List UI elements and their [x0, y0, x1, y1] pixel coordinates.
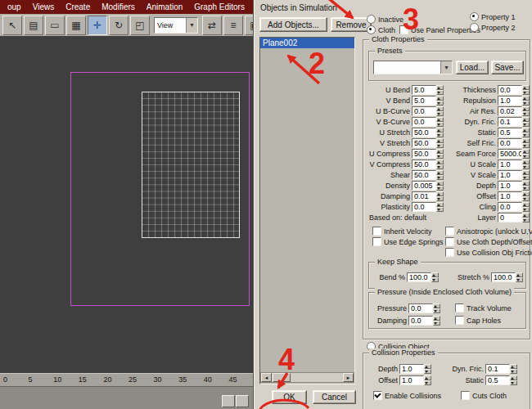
- repulsion-value[interactable]: 1.0: [498, 96, 522, 106]
- objects-list[interactable]: Plane002: [259, 37, 355, 384]
- thickness-value[interactable]: 0.0: [498, 85, 522, 95]
- spin-down-icon[interactable]: [522, 196, 530, 201]
- air-res-value[interactable]: 0.02: [498, 106, 522, 116]
- u-b-curve-value[interactable]: 0.0: [412, 106, 436, 116]
- timeline[interactable]: 051015202530354045: [0, 373, 254, 387]
- spin-down-icon[interactable]: [522, 207, 530, 212]
- spin-down-icon[interactable]: [436, 90, 444, 95]
- pressure-damping-spinner[interactable]: 0.0: [408, 316, 440, 326]
- collision-depth-spinner-value[interactable]: 1.0: [399, 364, 424, 374]
- checkbox-icon[interactable]: [445, 237, 454, 246]
- spin-down-icon[interactable]: [522, 143, 530, 148]
- property2-radio[interactable]: Property 2: [470, 23, 516, 32]
- use-cloth-depth-offset-checkbox[interactable]: Use Cloth Depth/Offset: [445, 237, 532, 246]
- v-scale-value[interactable]: 1.0: [498, 170, 522, 180]
- checkbox-icon[interactable]: [372, 237, 381, 246]
- spin-down-icon[interactable]: [510, 380, 517, 385]
- crossing-select-icon[interactable]: ▦: [66, 16, 86, 35]
- depth-spinner[interactable]: 1.0: [498, 181, 530, 191]
- cuts-cloth-checkbox[interactable]: Cuts Cloth: [461, 391, 507, 400]
- u-compress-spinner[interactable]: 50.0: [412, 149, 444, 159]
- menu-item-oup[interactable]: oup: [2, 0, 27, 14]
- v-bend-spinner[interactable]: 5.0: [412, 96, 444, 106]
- static-spinner[interactable]: 0.5: [498, 128, 530, 137]
- damping-spinner[interactable]: 0.01: [412, 191, 444, 201]
- v-bend-value[interactable]: 5.0: [412, 96, 436, 106]
- object-list-item[interactable]: Plane002: [260, 38, 354, 48]
- dyn-fric-value[interactable]: 0.1: [498, 117, 522, 127]
- u-bend-value[interactable]: 5.0: [412, 85, 436, 95]
- pressure-spinner[interactable]: 0.0: [408, 303, 440, 313]
- density-spinner[interactable]: 0.005: [412, 181, 444, 191]
- spin-down-icon[interactable]: [510, 369, 517, 374]
- air-res-spinner[interactable]: 0.02: [498, 106, 530, 116]
- checkbox-icon[interactable]: [455, 316, 464, 325]
- v-b-curve-spinner[interactable]: 0.0: [412, 117, 444, 127]
- cling-value[interactable]: 0.0: [498, 202, 522, 212]
- seam-force-value[interactable]: 5000.0: [498, 149, 522, 159]
- v-b-curve-value[interactable]: 0.0: [412, 117, 436, 127]
- stretch-spinner[interactable]: 100.0: [491, 272, 523, 282]
- select-object-icon[interactable]: ↖: [2, 16, 22, 35]
- spin-down-icon[interactable]: [522, 164, 530, 169]
- plasticity-value[interactable]: 0.0: [412, 202, 436, 212]
- menu-item-graph-editors[interactable]: Graph Editors: [188, 0, 250, 14]
- save-button[interactable]: Save...: [491, 61, 524, 74]
- scroll-right-icon[interactable]: ►: [343, 373, 354, 382]
- spin-down-icon[interactable]: [522, 111, 530, 116]
- spin-down-icon[interactable]: [436, 186, 444, 191]
- add-objects-button[interactable]: Add Objects...: [259, 17, 327, 32]
- collision-offset-spinner[interactable]: 1.0: [399, 375, 431, 385]
- property1-radio[interactable]: Property 1: [470, 12, 516, 21]
- density-value[interactable]: 0.005: [412, 181, 436, 191]
- spin-down-icon[interactable]: [431, 277, 439, 282]
- cap-holes-checkbox[interactable]: Cap Holes: [455, 316, 501, 325]
- v-scale-spinner[interactable]: 1.0: [498, 170, 530, 180]
- repulsion-spinner[interactable]: 1.0: [498, 96, 530, 106]
- dropdown-arrow-icon[interactable]: ▼: [186, 18, 197, 33]
- use-panel-properties-checkbox[interactable]: Use Panel Properties: [399, 25, 480, 34]
- status-button-2[interactable]: [236, 395, 249, 407]
- v-stretch-value[interactable]: 50.0: [412, 138, 436, 148]
- u-stretch-spinner[interactable]: 50.0: [412, 128, 444, 137]
- use-edge-springs-checkbox[interactable]: Use Edge Springs: [372, 237, 444, 246]
- collision-static-spinner[interactable]: 0.5: [485, 375, 517, 385]
- menu-item-views[interactable]: Views: [27, 0, 61, 14]
- use-collision-obj-friction-checkbox[interactable]: Use Collision Obj Friction: [445, 248, 532, 257]
- anisotropic-unlock-u-v-checkbox[interactable]: Anisotropic (unlock U,V): [445, 227, 532, 236]
- spin-down-icon[interactable]: [436, 111, 444, 116]
- spin-down-icon[interactable]: [433, 308, 440, 313]
- spin-down-icon[interactable]: [522, 175, 530, 180]
- checkbox-icon[interactable]: [445, 248, 454, 257]
- inherit-velocity-checkbox[interactable]: Inherit Velocity: [372, 227, 432, 236]
- scroll-thumb[interactable]: [273, 373, 291, 382]
- spin-down-icon[interactable]: [436, 164, 444, 169]
- track-volume-checkbox[interactable]: Track Volume: [455, 303, 512, 312]
- ok-button[interactable]: OK: [272, 390, 307, 404]
- menu-item-create[interactable]: Create: [60, 0, 96, 14]
- offset-value[interactable]: 1.0: [498, 191, 522, 201]
- u-stretch-value[interactable]: 50.0: [412, 128, 436, 137]
- u-scale-spinner[interactable]: 1.0: [498, 160, 530, 169]
- menu-item-modifiers[interactable]: Modifiers: [96, 0, 141, 14]
- shear-value[interactable]: 50.0: [412, 170, 436, 180]
- viewport[interactable]: [0, 36, 254, 373]
- spin-down-icon[interactable]: [522, 186, 530, 191]
- plane-object[interactable]: [142, 92, 240, 238]
- select-move-icon[interactable]: ✛: [88, 16, 107, 35]
- collision-depth-spinner[interactable]: 1.0: [399, 364, 431, 374]
- spin-down-icon[interactable]: [522, 133, 530, 137]
- checkbox-icon[interactable]: [461, 391, 470, 400]
- remove-button[interactable]: Remove: [331, 17, 372, 32]
- seam-force-spinner[interactable]: 5000.0: [498, 149, 530, 159]
- spin-down-icon[interactable]: [424, 380, 431, 385]
- self-fric-spinner[interactable]: 0.0: [498, 138, 530, 148]
- pressure-spinner-value[interactable]: 0.0: [408, 303, 433, 313]
- v-stretch-spinner[interactable]: 50.0: [412, 138, 444, 148]
- spin-down-icon[interactable]: [436, 133, 444, 137]
- inactive-radio[interactable]: Inactive: [367, 15, 404, 24]
- offset-spinner[interactable]: 1.0: [498, 191, 530, 201]
- static-value[interactable]: 0.5: [498, 128, 522, 137]
- presets-dropdown[interactable]: ▼: [373, 61, 453, 74]
- spin-down-icon[interactable]: [436, 175, 444, 180]
